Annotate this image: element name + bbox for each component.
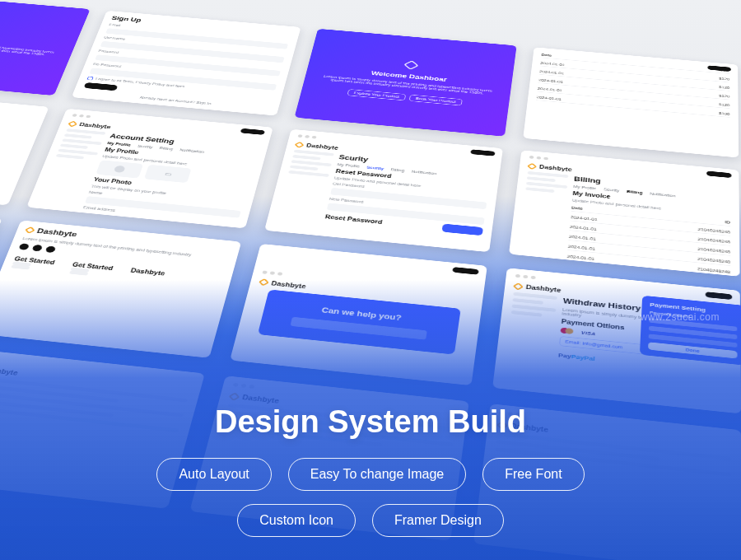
main-panel: Account Setting My Profile Scurity Billi…	[82, 133, 259, 224]
promo-canvas: Dashboar Lorem ipsum is simply dummy tex…	[0, 0, 741, 560]
signup-button[interactable]	[84, 82, 119, 91]
col-date: Date	[541, 54, 552, 58]
tab-billing[interactable]: Billing	[390, 168, 404, 173]
tab-security[interactable]: Scurity	[137, 144, 154, 149]
chip-auto-layout[interactable]: Auto Layout	[156, 458, 271, 491]
update-button[interactable]	[441, 224, 483, 236]
account-card: Dashbyte Account Setting My Profile Scur…	[26, 109, 273, 229]
window-pill	[452, 267, 479, 275]
hero: Design System Build Auto Layout Easy To …	[0, 404, 741, 537]
window-pill	[706, 171, 731, 179]
window-pill	[240, 128, 265, 135]
instagram-icon[interactable]	[31, 245, 43, 252]
image-icon: ▭	[164, 170, 172, 176]
billing-card: Dashbyte Billing My Profile Scurity Bill…	[509, 150, 740, 276]
welcome-card: Welcome Dashboar Lorem ipsum is simply d…	[295, 29, 517, 137]
welcome-blurb: Lorem ipsum is simply dummy text of the …	[0, 36, 64, 58]
chip-framer[interactable]: Framer Design	[372, 504, 504, 537]
linkedin-icon[interactable]	[45, 245, 57, 253]
hero-title: Design System Build	[215, 404, 526, 440]
welcome-card-left: Dashboar Lorem ipsum is simply dummy tex…	[0, 0, 91, 96]
feature-chips: Auto Layout Easy To change Image Free Fo…	[107, 458, 634, 537]
chip-free-font[interactable]: Free Font	[482, 458, 584, 491]
book-button[interactable]: Book Your Product	[409, 94, 463, 105]
tab-notification[interactable]: Notification	[412, 170, 437, 175]
signup-card: Sign Up Email Username Password Re-Passw…	[72, 11, 301, 116]
tab-notification[interactable]: Notification	[179, 148, 205, 154]
reset-bottom: Reset Password	[324, 213, 383, 224]
security-card: Dashbyte Scurity My Profile Scurity Bill…	[264, 129, 503, 252]
watermark: www.2sucai.com	[641, 311, 720, 323]
explore-button[interactable]: Explore Your Product	[347, 89, 407, 100]
logo-icon	[527, 163, 537, 170]
logo-icon	[25, 226, 35, 234]
logo-icon	[68, 120, 77, 127]
sales-table-card: Date Sale 2024-01-01$120 2024-01-01$120 …	[523, 47, 739, 157]
tab-profile[interactable]: My Profile	[337, 163, 360, 169]
facebook-icon[interactable]	[18, 243, 30, 250]
tab-profile[interactable]: My Profile	[107, 142, 132, 147]
checkbox-icon[interactable]	[87, 77, 94, 81]
chip-easy-image[interactable]: Easy To change Image	[288, 458, 466, 491]
avatar-upload[interactable]	[96, 160, 143, 178]
tab-security[interactable]: Scurity	[366, 166, 384, 170]
window-pill	[470, 149, 495, 156]
tab-billing[interactable]: Billing	[159, 147, 173, 151]
chip-custom-icon[interactable]: Custom Icon	[237, 504, 356, 537]
diamond-logo-icon	[403, 60, 419, 69]
logo-icon	[295, 142, 305, 148]
avatar-icon	[114, 166, 126, 173]
image-upload[interactable]: ▭	[144, 165, 192, 183]
